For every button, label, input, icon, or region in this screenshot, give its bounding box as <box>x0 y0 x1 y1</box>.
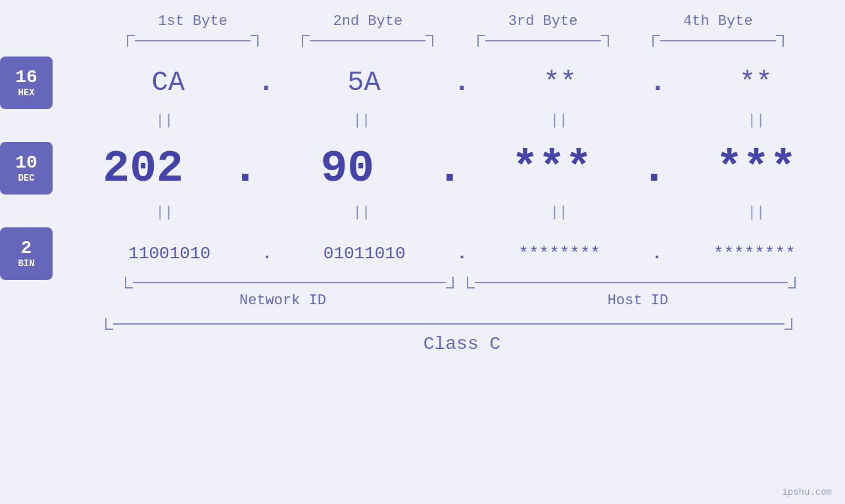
sep-row-1: || || || || <box>0 112 845 132</box>
overall-bracket <box>26 318 819 330</box>
dec-number: 10 <box>15 153 37 173</box>
bin-b1-value: 11001010 <box>128 244 210 263</box>
class-c-label: Class C <box>26 334 819 354</box>
bin-b4-value: ******** <box>713 244 796 263</box>
sep-right-2: || || || || <box>76 204 845 224</box>
bin-b4-cell: ******** <box>665 244 843 263</box>
hex-b1-value: CA <box>151 67 184 99</box>
watermark: ipshu.com <box>782 487 832 497</box>
overall-bracket-line <box>105 318 792 330</box>
dec-b2-value: 90 <box>321 143 375 194</box>
byte-headers: 1st Byte 2nd Byte 3rd Byte 4th Byte <box>0 0 845 30</box>
bin-b1-cell: 11001010 <box>81 244 258 263</box>
hex-b1-cell: CA <box>80 67 257 99</box>
dec-row-wrapper: 10 DEC 202 . 90 . *** . *** <box>0 132 845 204</box>
bin-b2-cell: 01011010 <box>276 244 453 263</box>
hex-badge-slot: 16 HEX <box>0 57 79 109</box>
sep-right-1: || || || || <box>76 112 845 132</box>
hex-row-wrapper: 16 HEX CA . 5A . ** . ** <box>0 53 845 112</box>
hex-b4-cell: ** <box>667 67 844 99</box>
network-id-label: Network ID <box>105 292 460 309</box>
dec-b4-cell: *** <box>667 143 845 194</box>
bin-number: 2 <box>21 239 32 259</box>
byte4-header: 4th Byte <box>631 13 806 30</box>
hex-b2-cell: 5A <box>276 67 453 99</box>
bracket-byte4 <box>631 35 806 47</box>
bracket-byte3 <box>456 35 631 47</box>
dec-dot2: . <box>436 143 463 194</box>
sep-bar-2-3: || <box>470 204 648 224</box>
network-bracket <box>105 277 460 288</box>
network-host-brackets <box>26 277 819 288</box>
bin-label: BIN <box>18 258 34 269</box>
hex-b3-cell: ** <box>471 67 648 99</box>
dec-b3-value: *** <box>512 143 592 194</box>
bracket-byte1 <box>105 35 280 47</box>
bin-b2-value: 01011010 <box>324 244 406 263</box>
host-id-label: Host ID <box>460 292 815 309</box>
top-brackets <box>0 35 845 47</box>
bin-dot2: . <box>457 244 468 263</box>
dec-b1-cell: 202 <box>55 143 232 194</box>
dec-b4-value: *** <box>716 143 796 194</box>
sep-bar-1-1: || <box>76 112 253 132</box>
hex-data-row: CA . 5A . ** . ** <box>79 67 845 99</box>
bin-b3-value: ******** <box>518 244 600 263</box>
bin-row-wrapper: 2 BIN 11001010 . 01011010 . ******** . *… <box>0 224 845 283</box>
hex-b4-value: ** <box>739 67 772 99</box>
hex-dot3: . <box>650 67 666 99</box>
sep-bar-2-1: || <box>76 204 253 224</box>
bin-badge: 2 BIN <box>0 227 53 280</box>
byte1-header: 1st Byte <box>105 13 280 30</box>
dec-badge-slot: 10 DEC <box>0 142 55 195</box>
main-container: 1st Byte 2nd Byte 3rd Byte 4th Byte <box>0 0 845 504</box>
hex-dot1: . <box>258 67 274 99</box>
sep-bar-2-2: || <box>273 204 450 224</box>
dec-b1-value: 202 <box>103 143 183 194</box>
bin-b3-cell: ******** <box>471 244 648 263</box>
dec-b3-cell: *** <box>463 143 640 194</box>
bin-dot1: . <box>262 244 272 263</box>
dec-dot3: . <box>640 143 667 194</box>
dec-label: DEC <box>18 173 34 183</box>
sep-bar-1-4: || <box>667 112 845 132</box>
dec-dot1: . <box>232 143 259 194</box>
bracket-byte2 <box>280 35 455 47</box>
hex-dot2: . <box>454 67 470 99</box>
network-host-labels: Network ID Host ID <box>26 292 819 309</box>
byte3-header: 3rd Byte <box>456 13 631 30</box>
bottom-section: Network ID Host ID Class C <box>0 277 845 354</box>
hex-b2-value: 5A <box>347 67 380 99</box>
hex-number: 16 <box>15 68 37 88</box>
dec-badge: 10 DEC <box>0 142 53 195</box>
host-bracket <box>460 277 815 288</box>
bin-dot3: . <box>652 244 662 263</box>
dec-data-row: 202 . 90 . *** . *** <box>55 143 845 194</box>
hex-label: HEX <box>18 87 34 98</box>
hex-b3-value: ** <box>543 67 576 99</box>
sep-row-2: || || || || <box>0 204 845 224</box>
sep-bar-1-2: || <box>273 112 450 132</box>
sep-bar-2-4: || <box>667 204 845 224</box>
dec-b2-cell: 90 <box>258 143 436 194</box>
sep-bar-1-3: || <box>470 112 648 132</box>
bin-badge-slot: 2 BIN <box>0 227 79 280</box>
hex-badge: 16 HEX <box>0 57 53 109</box>
bin-data-row: 11001010 . 01011010 . ******** . *******… <box>79 244 845 263</box>
byte2-header: 2nd Byte <box>280 13 455 30</box>
